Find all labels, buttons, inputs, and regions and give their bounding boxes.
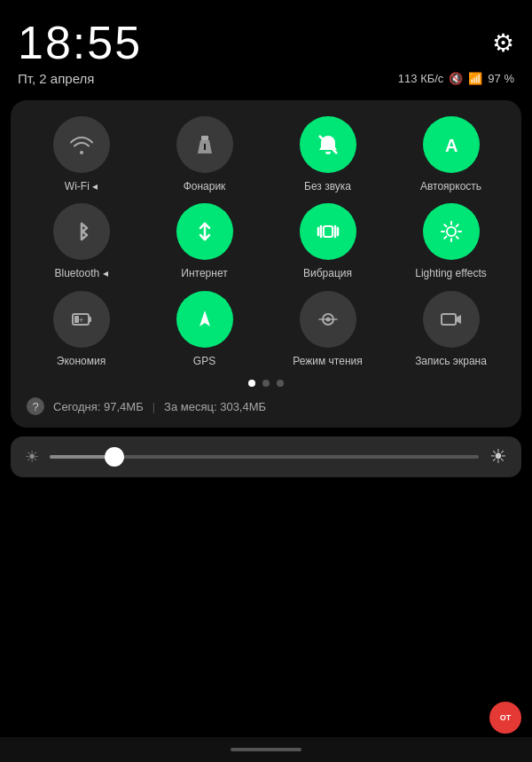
data-divider: |: [153, 400, 155, 413]
brightness-track[interactable]: [50, 455, 479, 459]
tile-label-vibration: Вибрация: [303, 267, 352, 279]
time-row: 18:55 ⚙: [18, 16, 514, 69]
svg-text:+: +: [79, 316, 83, 325]
brightness-panel: ☀ ☀: [11, 436, 521, 477]
tile-lighting[interactable]: Lighting effects: [393, 203, 509, 279]
tile-bluetooth[interactable]: Bluetooth ◂: [23, 203, 139, 279]
status-info: 113 КБ/с 🔇 📶 97 %: [398, 72, 514, 85]
quick-settings-panel: Wi-Fi ◂ФонарикБез звукаAАвтояркостьBluet…: [11, 100, 521, 428]
watermark-circle: ОТ: [489, 702, 521, 734]
tile-economy[interactable]: +Экономия: [23, 291, 139, 367]
tile-label-gps: GPS: [193, 355, 215, 367]
tile-icon-autobrightness: A: [423, 116, 480, 173]
tile-label-silent: Без звука: [304, 180, 351, 192]
tile-icon-reading: [300, 291, 356, 348]
tile-silent[interactable]: Без звука: [270, 116, 386, 192]
tile-icon-bluetooth: [53, 203, 110, 260]
page-dots: [23, 380, 509, 387]
watermark: ОТ: [489, 702, 521, 734]
tile-vibration[interactable]: Вибрация: [270, 203, 386, 279]
tile-icon-economy: +: [53, 291, 110, 348]
tile-label-flashlight: Фонарик: [184, 180, 226, 192]
brightness-high-icon: ☀: [489, 445, 507, 468]
silent-icon: 🔇: [449, 72, 463, 85]
svg-line-18: [456, 237, 458, 239]
svg-rect-22: [89, 317, 91, 322]
tile-icon-silent: [300, 116, 356, 173]
question-icon[interactable]: ?: [27, 397, 44, 415]
date-label: Пт, 2 апреля: [18, 71, 94, 86]
tile-icon-lighting: [423, 203, 480, 260]
tile-label-screenrecord: Запись экрана: [415, 355, 487, 367]
tile-grid: Wi-Fi ◂ФонарикБез звукаAАвтояркостьBluet…: [23, 116, 509, 367]
nav-bar: [0, 737, 532, 762]
tile-wifi[interactable]: Wi-Fi ◂: [23, 116, 139, 192]
tile-icon-screenrecord: [423, 291, 480, 348]
clock: 18:55: [18, 16, 142, 69]
tile-label-lighting: Lighting effects: [415, 267, 487, 279]
tile-autobrightness[interactable]: AАвтояркость: [393, 116, 509, 192]
settings-icon[interactable]: ⚙: [492, 28, 514, 58]
tile-flashlight[interactable]: Фонарик: [146, 116, 262, 192]
tile-label-reading: Режим чтения: [293, 355, 362, 367]
page-dot-0[interactable]: [248, 380, 255, 387]
date-row: Пт, 2 апреля 113 КБ/с 🔇 📶 97 %: [18, 71, 514, 86]
signal-icon: 📶: [468, 72, 482, 85]
svg-rect-0: [201, 136, 208, 140]
tile-icon-flashlight: [176, 116, 233, 173]
status-bar: 18:55 ⚙ Пт, 2 апреля 113 КБ/с 🔇 📶 97 %: [0, 0, 532, 90]
watermark-text: ОТ: [500, 713, 512, 722]
tile-label-bluetooth: Bluetooth ◂: [54, 267, 107, 279]
tile-label-autobrightness: Автояркость: [420, 180, 481, 192]
svg-line-20: [444, 237, 446, 239]
tile-icon-internet: [176, 203, 233, 260]
svg-line-19: [456, 225, 458, 227]
svg-point-12: [447, 227, 456, 236]
svg-marker-25: [200, 310, 210, 326]
tile-icon-vibration: [300, 203, 356, 260]
nav-pill: [231, 748, 301, 751]
today-usage: Сегодня: 97,4МБ: [53, 400, 144, 413]
battery-text: 97 %: [488, 72, 514, 85]
tile-reading[interactable]: Режим чтения: [270, 291, 386, 367]
tile-icon-wifi: [53, 116, 110, 173]
svg-line-17: [444, 225, 446, 227]
page-dot-2[interactable]: [277, 380, 284, 387]
brightness-thumb[interactable]: [105, 447, 124, 467]
data-usage-row: ? Сегодня: 97,4МБ | За месяц: 303,4МБ: [23, 397, 509, 415]
page-dot-1[interactable]: [262, 380, 270, 387]
svg-text:A: A: [445, 136, 458, 155]
tile-internet[interactable]: Интернет: [146, 203, 262, 279]
tile-label-wifi: Wi-Fi ◂: [65, 180, 98, 192]
brightness-low-icon: ☀: [25, 447, 39, 467]
monthly-usage: За месяц: 303,4МБ: [164, 400, 266, 413]
network-speed: 113 КБ/с: [398, 72, 444, 85]
svg-rect-28: [442, 314, 456, 325]
tile-icon-gps: [176, 291, 233, 348]
svg-rect-7: [324, 226, 332, 237]
tile-screenrecord[interactable]: Запись экрана: [393, 291, 509, 367]
tile-label-internet: Интернет: [181, 267, 227, 279]
tile-label-economy: Экономия: [57, 355, 106, 367]
tile-gps[interactable]: GPS: [146, 291, 262, 367]
